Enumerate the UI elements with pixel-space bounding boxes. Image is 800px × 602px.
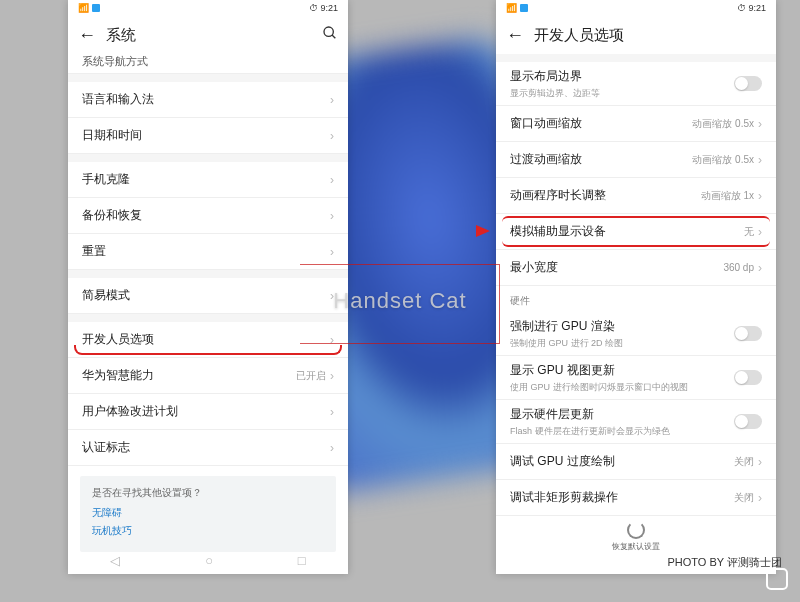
annotation-highlight <box>502 216 770 247</box>
svg-line-1 <box>332 35 335 38</box>
row-nav-mode[interactable]: 系统导航方式 <box>68 54 348 74</box>
status-bar: 📶 ⏱ 9:21 <box>496 0 776 16</box>
reset-defaults-button[interactable]: 恢复默认设置 <box>606 521 666 552</box>
tips-question: 是否在寻找其他设置项？ <box>92 486 324 500</box>
header: ← 系统 <box>68 16 348 54</box>
row-simple-mode[interactable]: 简易模式› <box>68 278 348 314</box>
row-ux-plan[interactable]: 用户体验改进计划› <box>68 394 348 430</box>
nav-home-icon[interactable]: ○ <box>205 553 213 568</box>
chevron-right-icon: › <box>330 405 334 419</box>
chevron-right-icon: › <box>330 209 334 223</box>
svg-point-0 <box>324 27 333 36</box>
camera-icon <box>766 568 788 590</box>
chevron-right-icon: › <box>330 369 334 383</box>
phone-system-settings: 📶 ⏱ 9:21 ← 系统 系统导航方式 语言和输入法› 日期和时间› 手机克隆… <box>68 0 348 574</box>
status-time: ⏱ 9:21 <box>309 3 338 13</box>
row-huawei-ai[interactable]: 华为智慧能力已开启 › <box>68 358 348 394</box>
status-left-icons: 📶 <box>506 3 528 13</box>
chevron-right-icon: › <box>330 441 334 455</box>
page-title: 开发人员选项 <box>534 26 766 45</box>
tips-link-accessibility[interactable]: 无障碍 <box>92 506 324 520</box>
annotation-arrow-icon <box>476 225 490 237</box>
back-icon[interactable]: ← <box>506 25 524 46</box>
status-time: ⏱ 9:21 <box>737 3 766 13</box>
row-force-gpu[interactable]: 强制进行 GPU 渲染强制使用 GPU 进行 2D 绘图 <box>496 312 776 356</box>
chevron-right-icon: › <box>758 491 762 505</box>
phone-developer-options: 📶 ⏱ 9:21 ← 开发人员选项 显示布局边界显示剪辑边界、边距等 窗口动画缩… <box>496 0 776 574</box>
header: ← 开发人员选项 <box>496 16 776 54</box>
row-language[interactable]: 语言和输入法› <box>68 82 348 118</box>
row-min-width[interactable]: 最小宽度360 dp › <box>496 250 776 286</box>
chevron-right-icon: › <box>330 129 334 143</box>
loading-spinner-icon <box>627 521 645 539</box>
nav-back-icon[interactable]: ◁ <box>110 553 120 568</box>
chevron-right-icon: › <box>758 153 762 167</box>
row-animator-duration[interactable]: 动画程序时长调整动画缩放 1x › <box>496 178 776 214</box>
photo-credit: PHOTO BY 评测骑士团 <box>667 555 782 570</box>
tips-link-tricks[interactable]: 玩机技巧 <box>92 524 324 538</box>
row-datetime[interactable]: 日期和时间› <box>68 118 348 154</box>
row-developer-options[interactable]: 开发人员选项› <box>68 322 348 358</box>
row-certification[interactable]: 认证标志› <box>68 430 348 466</box>
row-window-anim[interactable]: 窗口动画缩放动画缩放 0.5x › <box>496 106 776 142</box>
chevron-right-icon: › <box>330 93 334 107</box>
chevron-right-icon: › <box>330 173 334 187</box>
android-nav-bar: ◁ ○ □ <box>68 546 348 574</box>
watermark-logo <box>766 568 788 590</box>
row-simulate-secondary-display[interactable]: 模拟辅助显示设备无 › <box>496 214 776 250</box>
row-reset[interactable]: 重置› <box>68 234 348 270</box>
status-bar: 📶 ⏱ 9:21 <box>68 0 348 16</box>
row-gpu-view-updates[interactable]: 显示 GPU 视图更新使用 GPU 进行绘图时闪烁显示窗口中的视图 <box>496 356 776 400</box>
row-non-rect-clip[interactable]: 调试非矩形剪裁操作关闭 › <box>496 480 776 516</box>
toggle-switch[interactable] <box>734 326 762 341</box>
section-header-hardware: 硬件 <box>496 286 776 312</box>
chevron-right-icon: › <box>758 455 762 469</box>
chevron-right-icon: › <box>758 261 762 275</box>
search-icon[interactable] <box>322 25 338 45</box>
page-title: 系统 <box>106 26 312 45</box>
toggle-switch[interactable] <box>734 370 762 385</box>
row-layout-bounds[interactable]: 显示布局边界显示剪辑边界、边距等 <box>496 62 776 106</box>
chevron-right-icon: › <box>330 245 334 259</box>
row-phone-clone[interactable]: 手机克隆› <box>68 162 348 198</box>
tips-card: 是否在寻找其他设置项？ 无障碍 玩机技巧 <box>80 476 336 552</box>
nav-recent-icon[interactable]: □ <box>298 553 306 568</box>
toggle-switch[interactable] <box>734 414 762 429</box>
back-icon[interactable]: ← <box>78 25 96 46</box>
annotation-highlight <box>74 345 342 355</box>
toggle-switch[interactable] <box>734 76 762 91</box>
row-backup[interactable]: 备份和恢复› <box>68 198 348 234</box>
row-gpu-overdraw[interactable]: 调试 GPU 过度绘制关闭 › <box>496 444 776 480</box>
chevron-right-icon: › <box>758 117 762 131</box>
chevron-right-icon: › <box>330 289 334 303</box>
row-transition-anim[interactable]: 过渡动画缩放动画缩放 0.5x › <box>496 142 776 178</box>
chevron-right-icon: › <box>758 189 762 203</box>
row-hw-layer-updates[interactable]: 显示硬件层更新Flash 硬件层在进行更新时会显示为绿色 <box>496 400 776 444</box>
status-left-icons: 📶 <box>78 3 100 13</box>
